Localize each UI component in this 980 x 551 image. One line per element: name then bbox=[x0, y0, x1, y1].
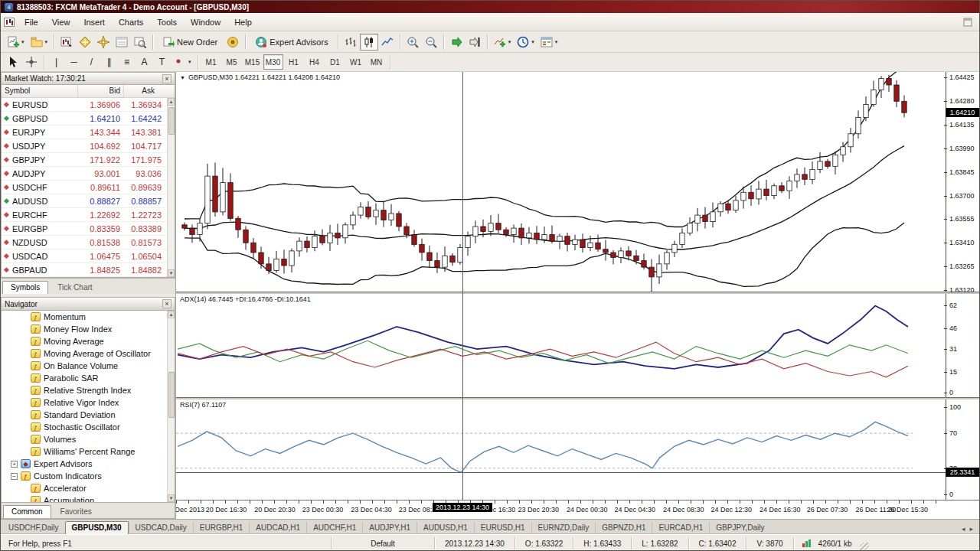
scrollbar-thumb[interactable] bbox=[168, 372, 175, 418]
timeframe-d1-button[interactable]: D1 bbox=[325, 54, 345, 70]
tab-scroll-left-icon[interactable]: ◂ bbox=[962, 525, 965, 533]
close-icon[interactable]: × bbox=[162, 299, 172, 308]
menu-view[interactable]: View bbox=[45, 15, 77, 30]
text-label-button[interactable]: T bbox=[153, 54, 171, 70]
menu-tools[interactable]: Tools bbox=[150, 15, 184, 30]
list-item[interactable]: ƒOn Balance Volume bbox=[2, 360, 175, 372]
crosshair-button[interactable] bbox=[22, 54, 41, 70]
table-row[interactable]: ◆GBPUSD1.642101.64242 bbox=[2, 112, 175, 126]
fibonacci-button[interactable]: ≡ bbox=[118, 54, 136, 70]
chart-tab-audusd-h1[interactable]: AUDUSD,H1 bbox=[416, 522, 474, 534]
chart-tab-gbpjpy-daily[interactable]: GBPJPY,Daily bbox=[709, 522, 770, 534]
list-item[interactable]: ƒStandard Deviation bbox=[2, 409, 175, 421]
rsi-indicator-panel[interactable]: RSI(7) 67.1107 10070300 25.3341 bbox=[176, 399, 979, 500]
scroll-down-icon[interactable]: ▾ bbox=[168, 269, 175, 277]
menu-charts[interactable]: Charts bbox=[112, 15, 150, 30]
market-watch-scrollbar[interactable]: ▴ ▾ bbox=[167, 98, 175, 277]
tab-tick-chart[interactable]: Tick Chart bbox=[49, 281, 100, 294]
chart-tab-audchf-h1[interactable]: AUDCHF,H1 bbox=[306, 522, 362, 534]
strategy-tester-toggle[interactable] bbox=[131, 34, 149, 51]
auto-scroll-button[interactable] bbox=[447, 34, 466, 51]
menu-file[interactable]: File bbox=[18, 15, 45, 30]
table-row[interactable]: ◆NZDUSD0.815380.81573 bbox=[2, 236, 175, 249]
table-row[interactable]: ◆EURCHF1.226921.22723 bbox=[2, 208, 175, 222]
collapse-icon[interactable]: ▼ bbox=[180, 75, 185, 80]
chart-tab-usdchf-daily[interactable]: USDCHF,Daily bbox=[2, 522, 65, 534]
column-symbol[interactable]: Symbol bbox=[2, 85, 78, 97]
timeframe-h4-button[interactable]: H4 bbox=[305, 54, 325, 70]
zoom-out-button[interactable] bbox=[422, 34, 440, 51]
arrows-button[interactable]: ▾ bbox=[171, 54, 194, 70]
table-row[interactable]: ◆USDCHF0.896110.89639 bbox=[2, 181, 175, 194]
data-window-toggle[interactable] bbox=[76, 34, 94, 51]
price-chart-panel[interactable]: ▼ GBPUSD,M30 1.64221 1.64221 1.64208 1.6… bbox=[176, 72, 979, 292]
menu-insert[interactable]: Insert bbox=[77, 15, 112, 30]
price-axis[interactable]: 1.644251.642801.641351.639901.638451.637… bbox=[946, 72, 979, 292]
scroll-down-icon[interactable]: ▾ bbox=[168, 494, 175, 502]
new-order-button[interactable]: New Order bbox=[156, 34, 224, 51]
timeframe-m30-button[interactable]: M30 bbox=[263, 54, 283, 70]
column-bid[interactable]: Bid bbox=[78, 85, 124, 97]
navigator-scrollbar[interactable]: ▴ ▾ bbox=[167, 311, 175, 502]
list-item[interactable]: ƒMoving Average of Oscillator bbox=[2, 347, 175, 360]
list-item[interactable]: ƒParabolic SAR bbox=[2, 372, 175, 384]
resize-grip[interactable] bbox=[860, 543, 869, 551]
timeframe-m5-button[interactable]: M5 bbox=[222, 54, 242, 70]
periods-button[interactable]: ▾ bbox=[514, 34, 537, 51]
expand-icon[interactable]: + bbox=[11, 461, 18, 468]
market-watch-toggle[interactable] bbox=[57, 34, 76, 51]
list-item[interactable]: ƒRelative Vigor Index bbox=[2, 396, 175, 409]
table-row[interactable]: ◆GBPJPY171.922171.975 bbox=[2, 153, 175, 167]
list-item[interactable]: ƒMomentum bbox=[2, 311, 175, 323]
list-item[interactable]: ƒWilliams' Percent Range bbox=[2, 445, 175, 458]
adx-indicator-panel[interactable]: ADX(14) 46.7445 +DI:16.4766 -DI:10.1641 … bbox=[176, 294, 979, 398]
chart-tab-audjpy-h1[interactable]: AUDJPY,H1 bbox=[362, 522, 416, 534]
chart-tab-eurnzd-daily[interactable]: EURNZD,Daily bbox=[531, 522, 596, 534]
chart-tab-eurusd-h1[interactable]: EURUSD,H1 bbox=[474, 522, 531, 534]
chart-tab-usdcad-daily[interactable]: USDCAD,Daily bbox=[129, 522, 193, 534]
tab-common[interactable]: Common bbox=[3, 505, 51, 518]
time-axis[interactable]: 2013.12.23 14:30 20 Dec 201320 Dec 16:30… bbox=[176, 500, 979, 519]
chart-tab-gbpnzd-h1[interactable]: GBPNZD,H1 bbox=[595, 522, 652, 534]
mdi-window-icon[interactable] bbox=[962, 18, 973, 27]
list-item[interactable]: −ƒCustom Indicators bbox=[2, 470, 175, 482]
chart-candles-button[interactable] bbox=[360, 34, 378, 51]
text-button[interactable]: A bbox=[136, 54, 153, 70]
list-item[interactable]: +◆Expert Advisors bbox=[2, 458, 175, 470]
timeframe-h1-button[interactable]: H1 bbox=[284, 54, 304, 70]
collapse-icon[interactable]: − bbox=[11, 473, 18, 480]
adx-chart[interactable] bbox=[176, 294, 946, 397]
table-row[interactable]: ◆USDCAD1.064751.06504 bbox=[2, 249, 175, 263]
chart-tab-gbpusd-m30[interactable]: GBPUSD,M30 bbox=[65, 521, 129, 534]
scroll-up-icon[interactable]: ▴ bbox=[168, 98, 175, 106]
trendline-button[interactable]: / bbox=[83, 54, 100, 70]
chart-line-button[interactable] bbox=[378, 34, 397, 51]
list-item[interactable]: ƒRelative Strength Index bbox=[2, 384, 175, 396]
table-row[interactable]: ◆EURUSD1.369061.36934 bbox=[2, 98, 175, 112]
table-row[interactable]: ◆EURGBP0.833590.83389 bbox=[2, 222, 175, 236]
chart-tab-eurcad-h1[interactable]: EURCAD,H1 bbox=[652, 522, 709, 534]
close-icon[interactable]: × bbox=[162, 74, 172, 83]
chart-bars-button[interactable] bbox=[341, 34, 360, 51]
tab-favorites[interactable]: Favorites bbox=[52, 505, 100, 518]
new-chart-button[interactable]: ▾ bbox=[4, 34, 28, 51]
adx-axis[interactable]: 624631150 bbox=[946, 294, 979, 397]
tab-symbols[interactable]: Symbols bbox=[2, 281, 48, 294]
list-item[interactable]: ƒAccumulation bbox=[2, 494, 175, 502]
metaeditor-button[interactable] bbox=[224, 34, 242, 51]
terminal-toggle[interactable] bbox=[113, 34, 131, 51]
table-row[interactable]: ◆USDJPY104.692104.717 bbox=[2, 139, 175, 153]
navigator-toggle[interactable] bbox=[94, 34, 113, 51]
zoom-in-button[interactable] bbox=[403, 34, 422, 51]
menu-window[interactable]: Window bbox=[184, 15, 227, 30]
tab-scroll-right-icon[interactable]: ▸ bbox=[969, 525, 973, 533]
chart-tab-eurgbp-h1[interactable]: EURGBP,H1 bbox=[193, 522, 250, 534]
table-row[interactable]: ◆AUDUSD0.888270.88857 bbox=[2, 194, 175, 208]
chart-tab-audcad-h1[interactable]: AUDCAD,H1 bbox=[249, 522, 306, 534]
templates-button[interactable]: ▾ bbox=[537, 34, 561, 51]
column-ask[interactable]: Ask bbox=[124, 85, 158, 97]
indicators-button[interactable]: ▾ bbox=[491, 34, 514, 51]
list-item[interactable]: ƒMoney Flow Index bbox=[2, 323, 175, 335]
scroll-up-icon[interactable]: ▴ bbox=[168, 311, 175, 318]
list-item[interactable]: ƒMoving Average bbox=[2, 335, 175, 347]
